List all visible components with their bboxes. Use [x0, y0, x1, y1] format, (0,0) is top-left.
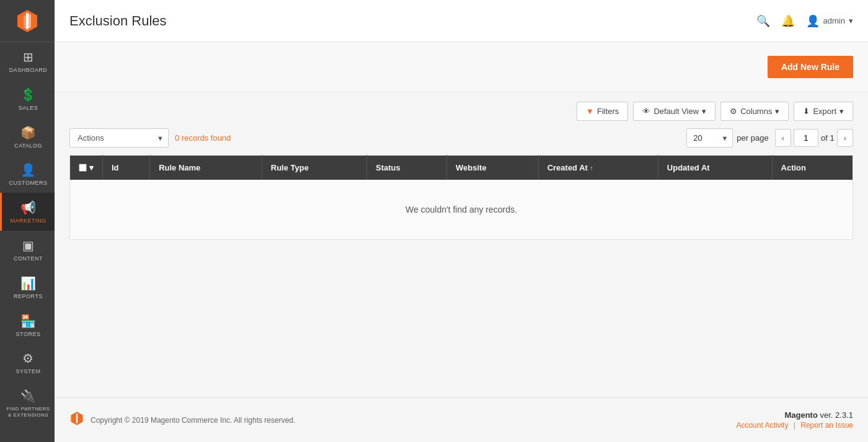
page-number-input[interactable]	[794, 129, 818, 147]
sidebar-label-content: Content	[14, 255, 43, 262]
toolbar: ▼ Filters 👁 Default View ▾ ⚙ Columns ▾ ⬇…	[55, 92, 868, 128]
pagination-next-button[interactable]: ›	[837, 129, 853, 147]
footer-separator: |	[794, 421, 795, 430]
default-view-label: Default View	[653, 107, 699, 116]
columns-icon: ⚙	[730, 107, 737, 116]
created-at-sort-icon: ↑	[590, 165, 593, 172]
sidebar-label-sales: Sales	[19, 105, 38, 112]
per-page-select[interactable]: 20 30 50 100	[686, 128, 733, 148]
sidebar-label-system: System	[16, 368, 40, 375]
column-rule-name[interactable]: Rule Name	[150, 156, 262, 180]
sidebar-item-customers[interactable]: 👤 Customers	[0, 155, 55, 193]
sidebar-item-stores[interactable]: 🏪 Stores	[0, 306, 55, 344]
filter-icon: ▼	[586, 107, 594, 116]
account-activity-link[interactable]: Account Activity	[736, 421, 788, 430]
footer-magento-label: Magento	[784, 410, 817, 420]
actions-select[interactable]: Actions	[69, 128, 169, 148]
add-new-rule-button[interactable]: Add New Rule	[768, 56, 853, 78]
select-all-checkbox[interactable]	[79, 164, 87, 172]
sidebar-item-dashboard[interactable]: ⊞ Dashboard	[0, 42, 55, 80]
search-icon[interactable]: 🔍	[756, 14, 770, 28]
sidebar: ⊞ Dashboard 💲 Sales 📦 Catalog 👤 Customer…	[0, 0, 55, 442]
eye-icon: 👁	[642, 107, 650, 116]
stores-icon: 🏪	[20, 314, 37, 329]
column-id[interactable]: Id	[103, 156, 150, 180]
banner: Add New Rule	[55, 42, 868, 92]
records-found: 0 records found	[175, 133, 680, 143]
checkbox-dropdown-icon[interactable]: ▾	[89, 163, 94, 172]
footer-right: Magento ver. 2.3.1 Account Activity | Re…	[736, 410, 853, 430]
grid-wrapper: ▾ Id Rule Name Rule Type	[55, 155, 868, 240]
svg-rect-5	[76, 413, 78, 423]
sidebar-item-content[interactable]: ▣ Content	[0, 231, 55, 268]
sidebar-label-marketing: Marketing	[10, 218, 46, 224]
sidebar-item-catalog[interactable]: 📦 Catalog	[0, 118, 55, 156]
columns-button[interactable]: ⚙ Columns ▾	[720, 102, 789, 121]
column-website-label: Website	[456, 163, 487, 172]
page-total: of 1	[821, 133, 835, 143]
admin-avatar-icon: 👤	[806, 14, 820, 28]
sidebar-item-marketing[interactable]: 📢 Marketing	[0, 193, 55, 231]
sidebar-item-reports[interactable]: 📊 Reports	[0, 268, 55, 306]
customers-icon: 👤	[20, 162, 37, 177]
column-rule-name-label: Rule Name	[159, 163, 200, 172]
sidebar-label-find-partners: Find Partners & Extensions	[5, 406, 51, 418]
sidebar-item-find-partners[interactable]: 🔌 Find Partners & Extensions	[0, 381, 55, 424]
sidebar-logo	[0, 0, 55, 42]
footer: Copyright © 2019 Magento Commerce Inc. A…	[55, 397, 868, 442]
content-icon: ▣	[22, 238, 35, 253]
per-page-wrapper: 20 30 50 100 ▼ per page	[686, 128, 768, 148]
notifications-icon[interactable]: 🔔	[781, 14, 795, 28]
pagination: ‹ of 1 ›	[775, 129, 853, 147]
sidebar-item-system[interactable]: ⚙ System	[0, 343, 55, 381]
report-issue-link[interactable]: Report an Issue	[800, 421, 853, 430]
column-updated-at-label: Updated At	[667, 163, 710, 172]
export-button[interactable]: ⬇ Export ▾	[794, 102, 853, 121]
admin-dropdown-icon: ▾	[849, 16, 853, 25]
empty-message: We couldn't find any records.	[70, 180, 853, 240]
filters-label: Filters	[597, 107, 619, 116]
footer-logo-icon	[69, 411, 84, 429]
default-view-button[interactable]: 👁 Default View ▾	[633, 102, 715, 121]
filters-button[interactable]: ▼ Filters	[577, 102, 628, 121]
footer-links: Account Activity | Report an Issue	[736, 421, 853, 430]
topbar: Exclusion Rules 🔍 🔔 👤 admin ▾	[55, 0, 868, 42]
empty-row: We couldn't find any records.	[70, 180, 853, 240]
footer-copyright: Copyright © 2019 Magento Commerce Inc. A…	[91, 416, 295, 425]
footer-version-label: ver. 2.3.1	[820, 410, 853, 420]
content-area: Add New Rule ▼ Filters 👁 Default View ▾ …	[55, 42, 868, 397]
sidebar-item-sales[interactable]: 💲 Sales	[0, 80, 55, 118]
reports-icon: 📊	[20, 276, 37, 291]
per-page-label: per page	[737, 133, 768, 143]
column-checkbox: ▾	[70, 156, 103, 180]
footer-left: Copyright © 2019 Magento Commerce Inc. A…	[69, 411, 295, 429]
column-created-at[interactable]: Created At ↑	[538, 156, 658, 180]
column-updated-at[interactable]: Updated At	[658, 156, 772, 180]
data-grid: ▾ Id Rule Name Rule Type	[69, 155, 853, 240]
pagination-prev-button[interactable]: ‹	[775, 129, 791, 147]
sidebar-label-reports: Reports	[14, 293, 43, 300]
catalog-icon: 📦	[20, 125, 37, 140]
admin-label: admin	[823, 16, 845, 25]
admin-menu[interactable]: 👤 admin ▾	[806, 14, 853, 28]
svg-rect-3	[26, 13, 29, 29]
sidebar-label-customers: Customers	[9, 180, 48, 187]
sales-icon: 💲	[20, 87, 37, 102]
column-status[interactable]: Status	[367, 156, 447, 180]
export-label: Export	[813, 107, 836, 116]
column-website[interactable]: Website	[447, 156, 539, 180]
column-id-label: Id	[112, 163, 119, 172]
topbar-actions: 🔍 🔔 👤 admin ▾	[756, 14, 853, 28]
marketing-icon: 📢	[20, 200, 37, 215]
column-action-label: Action	[781, 163, 806, 172]
main-content: Exclusion Rules 🔍 🔔 👤 admin ▾ Add New Ru…	[55, 0, 868, 442]
sidebar-label-catalog: Catalog	[14, 143, 42, 149]
footer-magento-version: Magento ver. 2.3.1	[736, 410, 853, 420]
find-partners-icon: 🔌	[20, 389, 37, 404]
column-created-at-label: Created At	[547, 163, 588, 172]
actions-select-wrapper: Actions ▼	[69, 128, 169, 148]
sidebar-label-dashboard: Dashboard	[9, 67, 48, 74]
column-rule-type[interactable]: Rule Type	[262, 156, 366, 180]
system-icon: ⚙	[22, 351, 34, 366]
export-dropdown-icon: ▾	[839, 107, 844, 116]
